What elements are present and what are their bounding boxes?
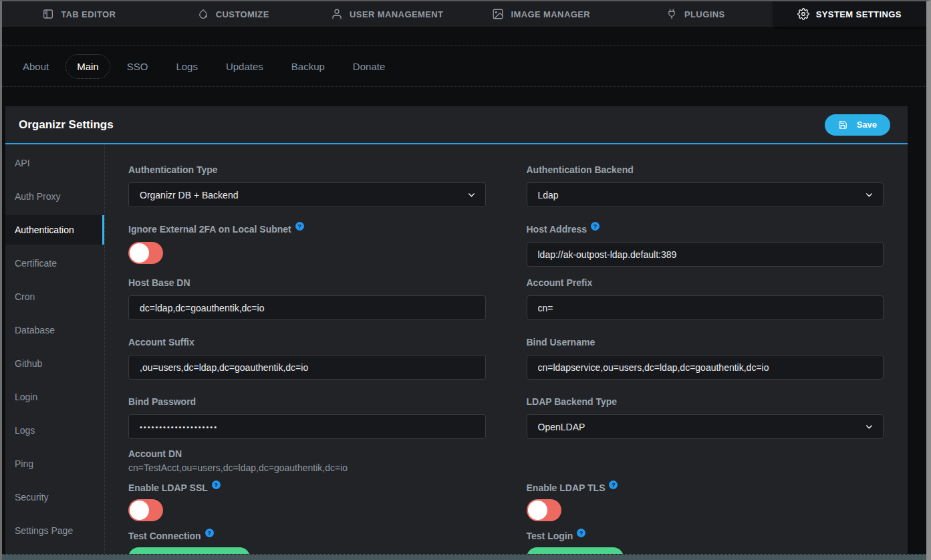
bind-username-input[interactable] <box>527 355 884 380</box>
subtab-updates[interactable]: Updates <box>215 54 275 79</box>
field-authentication-backend: Authentication Backend Ldap <box>527 164 884 207</box>
help-icon[interactable]: ? <box>609 480 618 489</box>
save-button[interactable]: Save <box>825 114 890 136</box>
chevron-down-icon <box>467 190 476 199</box>
sidebar-item-login[interactable]: Login <box>5 382 104 412</box>
field-account-suffix: Account Suffix <box>128 337 486 380</box>
field-label: Bind Password <box>128 396 196 407</box>
field-host-base-dn: Host Base DN <box>128 277 486 320</box>
field-account-dn: Account DN cn=TestAcct,ou=users,dc=ldap,… <box>128 448 486 473</box>
sidebar-item-cron[interactable]: Cron <box>5 282 104 311</box>
nav-customize[interactable]: CUSTOMIZE <box>156 1 311 27</box>
toggle-knob <box>528 501 547 520</box>
nav-user-management[interactable]: USER MANAGEMENT <box>310 1 464 27</box>
field-test-connection: Test Connection ? Test Connection <box>128 531 486 554</box>
field-authentication-type: Authentication Type Organizr DB + Backen… <box>128 164 486 207</box>
spacer <box>527 448 884 482</box>
help-icon[interactable]: ? <box>205 529 214 537</box>
sidebar-item-certificate[interactable]: Certificate <box>5 249 104 278</box>
sidebar-item-security[interactable]: Security <box>5 482 104 512</box>
sidebar-item-github[interactable]: Github <box>5 349 104 378</box>
nav-system-settings[interactable]: SYSTEM SETTINGS <box>773 1 927 27</box>
toggle-knob <box>130 501 149 520</box>
select-value: OpenLDAP <box>538 422 585 432</box>
organizr-settings-screen: TAB EDITOR CUSTOMIZE USER MANAGEMENT IMA… <box>0 0 931 560</box>
plugins-icon <box>666 8 678 20</box>
tab-editor-icon <box>42 8 54 20</box>
field-bind-username: Bind Username <box>527 337 884 380</box>
subtab-main[interactable]: Main <box>65 54 110 79</box>
sidebar-item-ping[interactable]: Ping <box>5 449 104 478</box>
help-icon[interactable]: ? <box>591 222 600 231</box>
help-icon[interactable]: ? <box>577 529 585 537</box>
enable-ldap-ssl-toggle[interactable] <box>128 499 163 521</box>
account-dn-value: cn=TestAcct,ou=users,dc=ldap,dc=goauthen… <box>128 462 486 473</box>
chevron-down-icon <box>865 422 874 431</box>
sidebar-item-api[interactable]: API <box>5 148 104 178</box>
field-label: Host Base DN <box>128 277 190 288</box>
nav-label: USER MANAGEMENT <box>350 9 443 19</box>
field-label: Host Address <box>527 224 587 235</box>
host-address-input[interactable] <box>527 242 884 267</box>
nav-label: CUSTOMIZE <box>216 9 269 19</box>
test-login-button[interactable]: Test Login <box>527 547 624 554</box>
bind-password-input[interactable] <box>128 414 486 439</box>
save-button-label: Save <box>857 120 877 130</box>
nav-label: TAB EDITOR <box>61 9 116 19</box>
nav-label: PLUGINS <box>684 9 725 19</box>
subtab-logs[interactable]: Logs <box>164 54 209 79</box>
help-icon[interactable]: ? <box>295 222 304 231</box>
user-management-icon <box>331 8 343 20</box>
ignore-2fa-toggle[interactable] <box>128 242 163 264</box>
field-test-login: Test Login ? Test Login <box>527 531 884 554</box>
ldap-backend-type-select[interactable]: OpenLDAP <box>527 414 884 439</box>
sidebar-item-auth-proxy[interactable]: Auth Proxy <box>5 182 104 211</box>
select-value: Ldap <box>538 190 559 200</box>
field-ldap-backend-type: LDAP Backend Type OpenLDAP <box>527 396 884 439</box>
chevron-down-icon <box>865 190 874 199</box>
field-ignore-2fa: Ignore External 2FA on Local Subnet ? <box>128 224 486 267</box>
nav-tab-editor[interactable]: TAB EDITOR <box>2 1 156 27</box>
flask-icon <box>543 553 551 554</box>
sidebar-item-logs[interactable]: Logs <box>5 416 104 445</box>
field-label: LDAP Backend Type <box>527 396 618 407</box>
customize-icon <box>197 8 209 20</box>
account-prefix-input[interactable] <box>527 295 884 320</box>
subtab-sso[interactable]: SSO <box>116 54 160 79</box>
authentication-type-select[interactable]: Organizr DB + Backend <box>128 182 486 207</box>
host-base-dn-input[interactable] <box>128 295 486 320</box>
nav-label: IMAGE MANAGER <box>511 9 590 19</box>
field-label: Enable LDAP TLS <box>527 482 606 493</box>
sidebar-item-authentication[interactable]: Authentication <box>5 215 104 245</box>
settings-sidebar: API Auth Proxy Authentication Certificat… <box>5 144 105 554</box>
field-label: Ignore External 2FA on Local Subnet <box>128 224 291 235</box>
help-icon[interactable]: ? <box>212 480 221 489</box>
field-label: Account Suffix <box>128 337 194 347</box>
account-suffix-input[interactable] <box>128 355 486 380</box>
enable-ldap-tls-toggle[interactable] <box>527 499 561 521</box>
subtab-donate[interactable]: Donate <box>342 54 396 79</box>
sidebar-item-database[interactable]: Database <box>5 315 104 345</box>
field-label: Test Connection <box>128 531 201 541</box>
subtab-backup[interactable]: Backup <box>280 54 336 79</box>
field-label: Account DN <box>128 448 182 459</box>
authentication-form: Authentication Type Organizr DB + Backen… <box>105 144 908 554</box>
nav-plugins[interactable]: PLUGINS <box>618 1 773 27</box>
field-label: Bind Username <box>527 337 595 347</box>
flask-icon <box>144 553 153 554</box>
test-connection-button-label: Test Connection <box>166 553 234 554</box>
field-enable-ldap-tls: Enable LDAP TLS ? <box>527 482 884 521</box>
authentication-backend-select[interactable]: Ldap <box>527 182 884 207</box>
field-label: Test Login <box>527 531 573 541</box>
subtab-about[interactable]: About <box>11 54 60 79</box>
sidebar-item-settings-page[interactable]: Settings Page <box>5 516 104 545</box>
settings-subtabs: About Main SSO Logs Updates Backup Donat… <box>2 45 926 87</box>
field-label: Enable LDAP SSL <box>128 482 208 493</box>
test-connection-button[interactable]: Test Connection <box>128 547 250 554</box>
field-label: Authentication Type <box>128 164 218 175</box>
field-account-prefix: Account Prefix <box>527 277 884 320</box>
nav-image-manager[interactable]: IMAGE MANAGER <box>464 1 619 27</box>
page-title: Organizr Settings <box>19 118 114 132</box>
system-settings-icon <box>797 8 809 20</box>
field-label: Authentication Backend <box>527 164 634 175</box>
